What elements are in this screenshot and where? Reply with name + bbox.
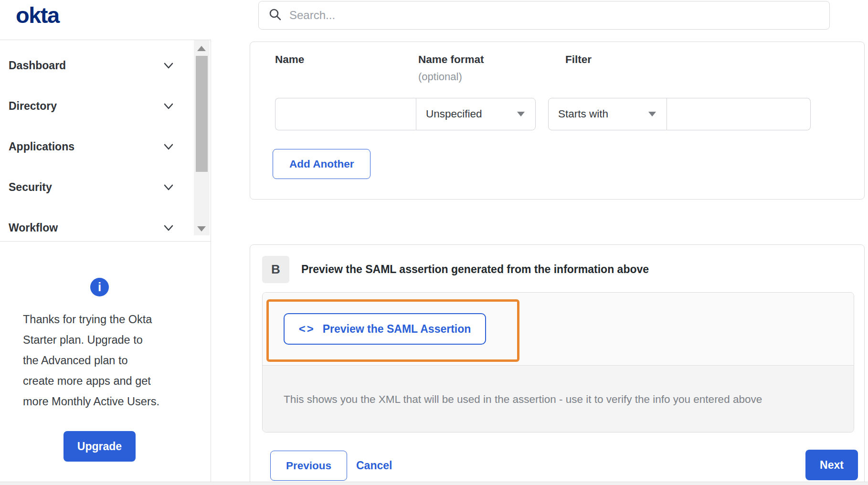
- sidebar-item-directory[interactable]: Directory: [0, 86, 187, 127]
- step-b-badge: B: [262, 256, 289, 283]
- preview-saml-assertion-label: Preview the SAML Assertion: [323, 323, 471, 336]
- sidebar-item-security[interactable]: Security: [0, 167, 187, 208]
- preview-assertion-card: B Preview the SAML assertion generated f…: [250, 244, 865, 485]
- scroll-down-icon[interactable]: [197, 226, 206, 232]
- preview-saml-assertion-button[interactable]: <> Preview the SAML Assertion: [284, 313, 486, 345]
- section-b-title: Preview the SAML assertion generated fro…: [301, 263, 649, 276]
- saml-preview-hint-area: This shows you the XML that will be used…: [263, 366, 854, 432]
- saml-preview-hint-text: This shows you the XML that will be used…: [284, 393, 762, 406]
- name-column-label: Name: [275, 53, 304, 66]
- sidebar-divider: [211, 40, 211, 485]
- chevron-down-icon: [163, 62, 174, 70]
- global-search[interactable]: [258, 1, 830, 30]
- next-button[interactable]: Next: [805, 450, 858, 480]
- chevron-down-icon: [163, 224, 174, 232]
- trial-notice-text: Thanks for trying the Okta Starter plan.…: [23, 309, 180, 412]
- filter-value-input[interactable]: [667, 98, 811, 130]
- dropdown-caret-icon: [517, 112, 525, 116]
- chevron-down-icon: [163, 184, 174, 191]
- sidebar-item-workflow[interactable]: Workflow: [0, 208, 187, 248]
- search-input[interactable]: [289, 9, 791, 22]
- chevron-down-icon: [163, 103, 174, 110]
- filter-operator-selected-value: Starts with: [558, 108, 608, 120]
- upgrade-button[interactable]: Upgrade: [64, 431, 136, 462]
- name-format-select[interactable]: Unspecified: [416, 98, 536, 130]
- sidebar-nav: Dashboard Directory Applications Securit…: [0, 45, 187, 248]
- okta-logo: okta: [16, 2, 59, 28]
- scrollbar-thumb[interactable]: [196, 56, 208, 172]
- name-format-selected-value: Unspecified: [426, 108, 482, 120]
- sidebar-top-divider: [0, 40, 211, 40]
- code-brackets-icon: <>: [299, 322, 315, 336]
- window-bottom-edge: [0, 482, 868, 485]
- name-format-optional-hint: (optional): [418, 71, 462, 83]
- name-format-column-label: Name format: [418, 53, 484, 66]
- attribute-statements-card: Name Name format (optional) Filter Unspe…: [250, 42, 865, 200]
- previous-button[interactable]: Previous: [270, 451, 347, 481]
- dropdown-caret-icon: [648, 112, 656, 116]
- sidebar-scrollbar[interactable]: [194, 40, 210, 235]
- okta-admin-console: okta Dashboard Directory Applications: [0, 0, 868, 485]
- sidebar-item-dashboard[interactable]: Dashboard: [0, 45, 187, 86]
- attribute-name-input[interactable]: [275, 98, 416, 130]
- sidebar-item-applications[interactable]: Applications: [0, 127, 187, 167]
- filter-column-label: Filter: [565, 53, 592, 66]
- add-another-button[interactable]: Add Another: [273, 149, 370, 179]
- search-icon: [268, 8, 282, 23]
- chevron-down-icon: [163, 143, 174, 151]
- filter-operator-select[interactable]: Starts with: [548, 98, 667, 130]
- saml-preview-panel: This shows you the XML that will be used…: [262, 292, 854, 432]
- scroll-up-icon[interactable]: [197, 46, 206, 51]
- cancel-link[interactable]: Cancel: [356, 451, 392, 481]
- info-icon: i: [90, 278, 109, 296]
